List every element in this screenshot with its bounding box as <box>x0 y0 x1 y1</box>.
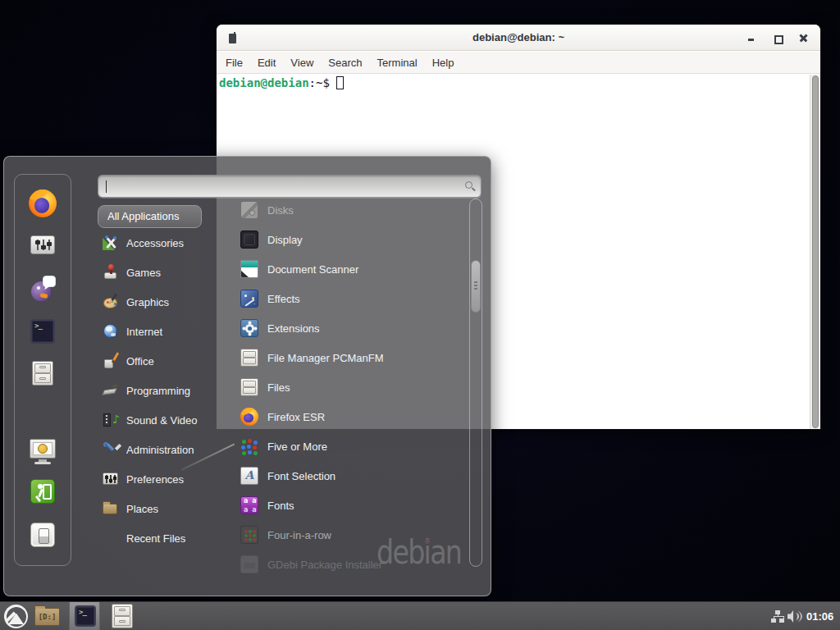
effects-icon <box>240 290 258 308</box>
category-sound-video[interactable]: ♪ Sound & Video <box>103 410 198 430</box>
minimize-icon[interactable] <box>747 34 755 42</box>
app-label: Firefox ESR <box>267 411 325 423</box>
app-label: Disks <box>267 204 294 217</box>
app-list-scrollbar-track[interactable] <box>469 199 482 567</box>
menu-terminal[interactable]: Terminal <box>370 52 425 74</box>
sound-video-icon: ♪ <box>103 412 119 428</box>
terminal-scrollbar[interactable] <box>810 75 820 429</box>
app-list-scrollbar-thumb[interactable] <box>471 260 481 313</box>
category-label: Office <box>126 355 154 368</box>
file-cabinet-icon <box>32 361 53 386</box>
desktop-folder-button[interactable] <box>34 608 60 626</box>
favorite-log-out[interactable] <box>30 479 55 504</box>
four-in-a-row-icon <box>240 526 258 544</box>
disks-icon <box>240 201 258 219</box>
app-label: Font Selection <box>267 470 336 482</box>
favorite-terminal[interactable] <box>30 319 55 344</box>
search-input[interactable] <box>98 175 482 198</box>
all-applications-button[interactable]: All Applications <box>98 205 202 228</box>
volume-tray-icon[interactable] <box>788 609 802 623</box>
window-controls <box>747 25 807 51</box>
app-item-display[interactable]: Display <box>240 229 303 250</box>
app-label: File Manager PCManFM <box>267 352 384 364</box>
firefox-esr-icon <box>240 408 258 426</box>
lock-screen-icon <box>30 439 56 459</box>
menu-edit[interactable]: Edit <box>250 52 283 74</box>
log-out-icon <box>30 479 55 504</box>
category-programming[interactable]: Programming <box>103 381 190 400</box>
app-item-file-manager-pcmanfm[interactable]: File Manager PCManFM <box>240 347 384 368</box>
app-label: GDebi Package Installer <box>267 559 382 571</box>
terminal-titlebar[interactable]: debian@debian: ~ <box>217 25 820 51</box>
terminal-window-icon <box>229 34 236 43</box>
file-manager-icon <box>240 349 258 367</box>
app-item-four-in-a-row[interactable]: Four-in-a-row <box>240 524 331 546</box>
terminal-scrollbar-thumb[interactable] <box>812 75 819 428</box>
fonts-icon <box>240 496 258 514</box>
programming-icon <box>103 382 119 399</box>
favorite-firefox[interactable] <box>29 189 57 217</box>
menu-view[interactable]: View <box>283 52 321 74</box>
font-selection-icon <box>240 467 258 485</box>
desktop-settings-icon <box>30 235 55 254</box>
category-accessories[interactable]: Accessories <box>103 233 184 253</box>
category-label: Places <box>126 503 158 515</box>
terminal-icon <box>30 319 55 344</box>
app-item-disks[interactable]: Disks <box>240 199 294 221</box>
app-label: Four-in-a-row <box>267 529 331 541</box>
category-recent-files[interactable]: Recent Files <box>103 528 185 548</box>
menu-search[interactable]: Search <box>321 52 369 74</box>
taskbar: 01:06 <box>0 601 840 630</box>
extensions-gear-icon <box>240 319 258 337</box>
network-tray-icon[interactable] <box>771 610 784 623</box>
terminal-cursor <box>336 76 344 89</box>
graphics-icon <box>103 294 119 310</box>
category-graphics[interactable]: Graphics <box>103 292 169 312</box>
category-places[interactable]: Places <box>103 499 158 518</box>
favorite-desktop-settings[interactable] <box>30 235 55 254</box>
category-preferences[interactable]: Preferences <box>103 469 184 489</box>
prompt-user-host: debian@debian <box>219 76 309 89</box>
app-item-gdebi[interactable]: GDebi Package Installer <box>240 554 382 575</box>
menu-button[interactable] <box>4 605 28 628</box>
file-cabinet-icon <box>112 604 133 628</box>
close-icon[interactable] <box>800 34 807 42</box>
category-label: Sound & Video <box>126 414 198 427</box>
taskbar-clock[interactable]: 01:06 <box>806 602 833 630</box>
category-administration[interactable]: Administration <box>103 440 194 459</box>
favorite-shut-down[interactable] <box>30 523 55 547</box>
terminal-taskbar-button[interactable] <box>69 602 100 630</box>
favorite-lock-screen[interactable] <box>30 439 56 459</box>
category-office[interactable]: Office <box>103 351 154 371</box>
app-item-fonts[interactable]: Fonts <box>240 495 294 516</box>
category-label: Games <box>126 267 161 279</box>
desktop: debian debian@debian: ~ File Edit View S… <box>0 0 840 630</box>
app-item-firefox-esr[interactable]: Firefox ESR <box>240 406 325 427</box>
app-label: Files <box>267 381 290 394</box>
terminal-icon <box>75 605 96 627</box>
search-icon <box>465 181 472 189</box>
terminal-menubar: File Edit View Search Terminal Help <box>217 52 820 74</box>
internet-globe-icon <box>103 323 119 340</box>
menu-help[interactable]: Help <box>425 52 462 74</box>
category-label: Preferences <box>126 473 184 486</box>
maximize-icon[interactable] <box>774 34 781 42</box>
category-label: Internet <box>126 326 162 338</box>
category-internet[interactable]: Internet <box>103 322 162 341</box>
app-item-files[interactable]: Files <box>240 377 290 398</box>
category-label: Accessories <box>126 237 184 249</box>
category-games[interactable]: Games <box>103 262 161 282</box>
app-item-effects[interactable]: Effects <box>240 288 300 309</box>
firefox-icon <box>29 189 57 217</box>
app-label: Effects <box>267 293 300 305</box>
pidgin-icon <box>30 276 56 302</box>
favorite-pidgin[interactable] <box>30 276 56 302</box>
app-item-five-or-more[interactable]: Five or More <box>240 436 327 457</box>
menu-file[interactable]: File <box>218 52 250 74</box>
administration-icon <box>103 441 119 458</box>
file-manager-taskbar-button[interactable] <box>112 604 133 628</box>
favorite-file-manager[interactable] <box>32 361 53 386</box>
app-item-font-selection[interactable]: Font Selection <box>240 465 336 486</box>
app-item-document-scanner[interactable]: Document Scanner <box>240 258 358 280</box>
app-item-extensions[interactable]: Extensions <box>240 317 320 339</box>
